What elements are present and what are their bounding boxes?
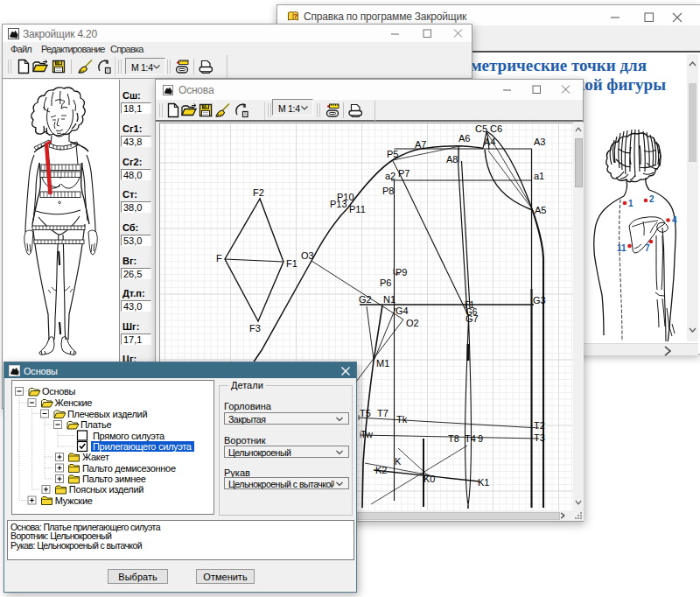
svg-text:Прилегающего силуэта: Прилегающего силуэта (93, 441, 192, 452)
svg-text:F3: F3 (249, 323, 261, 334)
svg-text:T4: T4 (465, 433, 476, 444)
svg-text:Прямого силуэта: Прямого силуэта (93, 431, 165, 441)
svg-text:A7: A7 (415, 139, 426, 150)
svg-text:M1: M1 (376, 358, 389, 369)
svg-text:Мужские: Мужские (55, 495, 93, 506)
svg-text:A5: A5 (535, 205, 546, 215)
svg-text:Tw: Tw (360, 429, 373, 439)
svg-text:A8: A8 (446, 154, 458, 165)
svg-text:P7: P7 (398, 168, 410, 179)
svg-text:Женские: Женские (55, 397, 93, 408)
svg-text:G7: G7 (466, 313, 479, 324)
svg-text:Пальто зимнее: Пальто зимнее (82, 474, 146, 484)
svg-text:P13: P13 (330, 199, 347, 209)
svg-text:P8: P8 (382, 186, 394, 196)
svg-text:11: 11 (617, 243, 626, 253)
svg-text:T2: T2 (534, 420, 545, 431)
svg-text:A3: A3 (534, 137, 545, 147)
svg-text:2: 2 (649, 194, 654, 204)
svg-text:O2: O2 (406, 318, 419, 328)
svg-text:F2: F2 (253, 187, 264, 198)
svg-text:Пальто демисезонное: Пальто демисезонное (82, 463, 176, 474)
svg-text:O3: O3 (301, 250, 314, 261)
svg-text:7: 7 (645, 243, 650, 253)
svg-text:a1: a1 (534, 171, 544, 181)
svg-text:9: 9 (478, 433, 483, 444)
svg-text:A6: A6 (458, 133, 470, 144)
svg-text:Поясных изделий: Поясных изделий (69, 484, 144, 495)
svg-text:a2: a2 (385, 171, 396, 181)
svg-text:P9: P9 (396, 267, 407, 277)
svg-text:T7: T7 (377, 408, 388, 418)
svg-text:F1: F1 (286, 258, 298, 269)
svg-text:T5: T5 (360, 408, 371, 418)
svg-text:4: 4 (672, 215, 677, 225)
svg-text:K2: K2 (375, 465, 387, 475)
svg-text:Платье: Платье (80, 419, 111, 430)
svg-text:Tk: Tk (396, 414, 408, 425)
svg-text:P5: P5 (387, 149, 398, 159)
svg-text:C6: C6 (490, 123, 502, 134)
svg-text:?: ? (293, 12, 298, 20)
svg-text:T3: T3 (534, 432, 545, 443)
svg-text:G4: G4 (396, 306, 409, 316)
svg-text:F: F (216, 253, 222, 263)
svg-text:Жакет: Жакет (82, 452, 109, 462)
svg-text:K: K (395, 456, 402, 467)
svg-text:A4: A4 (484, 137, 495, 147)
svg-text:C5: C5 (475, 123, 487, 134)
svg-text:K0: K0 (424, 474, 435, 484)
svg-text:P6: P6 (380, 277, 391, 288)
svg-text:Основы: Основы (42, 386, 76, 397)
svg-text:G2: G2 (359, 294, 372, 305)
svg-text:1: 1 (628, 199, 634, 208)
svg-text:P11: P11 (349, 204, 366, 214)
svg-text:Плечевых изделий: Плечевых изделий (67, 409, 147, 419)
svg-text:G3: G3 (533, 295, 546, 306)
svg-text:T8: T8 (448, 433, 459, 444)
svg-text:K1: K1 (478, 477, 489, 488)
svg-text:N1: N1 (383, 294, 396, 305)
